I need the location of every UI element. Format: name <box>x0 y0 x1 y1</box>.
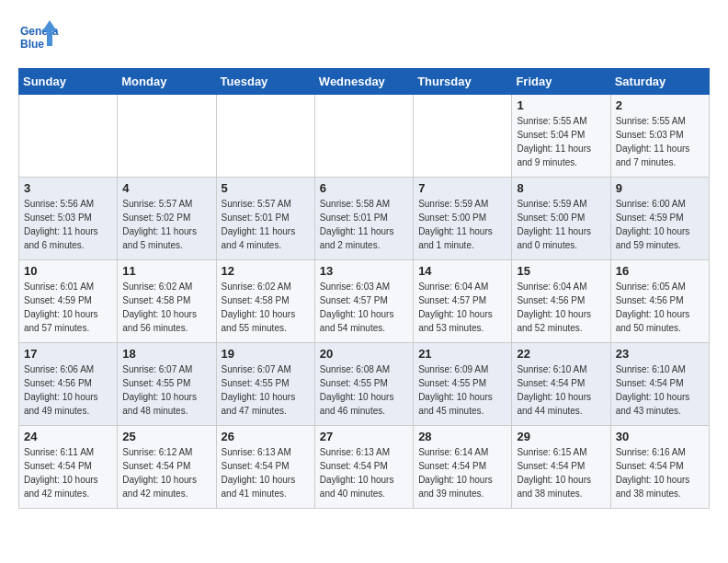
calendar-cell: 6Sunrise: 5:58 AMSunset: 5:01 PMDaylight… <box>314 178 413 260</box>
day-info: Sunrise: 6:10 AMSunset: 4:54 PMDaylight:… <box>517 362 605 418</box>
calendar-cell: 23Sunrise: 6:10 AMSunset: 4:54 PMDayligh… <box>610 343 709 426</box>
day-number: 12 <box>222 264 310 278</box>
day-info: Sunrise: 5:59 AMSunset: 5:00 PMDaylight:… <box>517 197 605 252</box>
day-number: 10 <box>24 264 112 278</box>
day-info: Sunrise: 6:03 AMSunset: 4:57 PMDaylight:… <box>320 280 408 335</box>
calendar-cell <box>216 95 314 178</box>
weekday-header-thursday: Thursday <box>414 69 512 95</box>
calendar-cell: 3Sunrise: 5:56 AMSunset: 5:03 PMDaylight… <box>19 178 118 260</box>
calendar-cell: 1Sunrise: 5:55 AMSunset: 5:04 PMDaylight… <box>512 95 610 178</box>
calendar-table: SundayMondayTuesdayWednesdayThursdayFrid… <box>18 68 710 509</box>
calendar-cell: 10Sunrise: 6:01 AMSunset: 4:59 PMDayligh… <box>19 260 118 343</box>
day-number: 7 <box>418 181 506 195</box>
day-number: 11 <box>122 264 210 278</box>
day-info: Sunrise: 6:06 AMSunset: 4:56 PMDaylight:… <box>24 362 112 418</box>
day-info: Sunrise: 6:01 AMSunset: 4:59 PMDaylight:… <box>24 280 112 335</box>
day-number: 30 <box>616 430 704 443</box>
day-number: 27 <box>320 430 408 443</box>
calendar-body: 1Sunrise: 5:55 AMSunset: 5:04 PMDaylight… <box>19 95 710 509</box>
calendar-cell: 30Sunrise: 6:16 AMSunset: 4:54 PMDayligh… <box>610 426 709 509</box>
calendar-header-row: SundayMondayTuesdayWednesdayThursdayFrid… <box>19 69 710 95</box>
day-info: Sunrise: 6:10 AMSunset: 4:54 PMDaylight:… <box>616 362 704 418</box>
day-info: Sunrise: 6:12 AMSunset: 4:54 PMDaylight:… <box>122 445 210 500</box>
day-number: 5 <box>222 181 310 195</box>
calendar-cell: 26Sunrise: 6:13 AMSunset: 4:54 PMDayligh… <box>216 426 314 509</box>
day-number: 21 <box>418 347 506 361</box>
day-number: 24 <box>24 430 112 443</box>
day-info: Sunrise: 6:00 AMSunset: 4:59 PMDaylight:… <box>616 197 704 252</box>
calendar-cell: 13Sunrise: 6:03 AMSunset: 4:57 PMDayligh… <box>314 260 413 343</box>
day-info: Sunrise: 6:02 AMSunset: 4:58 PMDaylight:… <box>222 280 310 335</box>
day-number: 20 <box>320 347 408 361</box>
day-number: 2 <box>616 98 704 112</box>
day-number: 9 <box>616 181 704 195</box>
calendar-cell: 15Sunrise: 6:04 AMSunset: 4:56 PMDayligh… <box>512 260 610 343</box>
day-number: 6 <box>320 181 408 195</box>
calendar-cell: 27Sunrise: 6:13 AMSunset: 4:54 PMDayligh… <box>314 426 413 509</box>
calendar-cell: 14Sunrise: 6:04 AMSunset: 4:57 PMDayligh… <box>414 260 512 343</box>
calendar-cell: 2Sunrise: 5:55 AMSunset: 5:03 PMDaylight… <box>610 95 709 178</box>
logo-svg: General Blue <box>18 18 59 59</box>
day-info: Sunrise: 6:09 AMSunset: 4:55 PMDaylight:… <box>418 362 506 418</box>
day-number: 29 <box>517 430 605 443</box>
calendar-cell: 24Sunrise: 6:11 AMSunset: 4:54 PMDayligh… <box>19 426 118 509</box>
weekday-header-sunday: Sunday <box>19 69 118 95</box>
day-info: Sunrise: 6:13 AMSunset: 4:54 PMDaylight:… <box>222 445 310 500</box>
day-info: Sunrise: 6:07 AMSunset: 4:55 PMDaylight:… <box>122 362 210 418</box>
calendar-cell: 19Sunrise: 6:07 AMSunset: 4:55 PMDayligh… <box>216 343 314 426</box>
day-number: 26 <box>222 430 310 443</box>
day-info: Sunrise: 5:57 AMSunset: 5:01 PMDaylight:… <box>222 197 310 252</box>
day-info: Sunrise: 6:15 AMSunset: 4:54 PMDaylight:… <box>517 445 605 500</box>
day-number: 23 <box>616 347 704 361</box>
day-info: Sunrise: 6:07 AMSunset: 4:55 PMDaylight:… <box>222 362 310 418</box>
day-number: 25 <box>122 430 210 443</box>
calendar-cell <box>19 95 118 178</box>
day-info: Sunrise: 6:13 AMSunset: 4:54 PMDaylight:… <box>320 445 408 500</box>
weekday-header-monday: Monday <box>118 69 216 95</box>
day-number: 19 <box>222 347 310 361</box>
calendar-cell: 22Sunrise: 6:10 AMSunset: 4:54 PMDayligh… <box>512 343 610 426</box>
calendar-cell <box>414 95 512 178</box>
day-number: 22 <box>517 347 605 361</box>
day-number: 14 <box>418 264 506 278</box>
day-number: 15 <box>517 264 605 278</box>
day-number: 18 <box>122 347 210 361</box>
day-number: 28 <box>418 430 506 443</box>
logo: General Blue <box>18 18 59 59</box>
weekday-header-saturday: Saturday <box>610 69 709 95</box>
calendar-cell: 18Sunrise: 6:07 AMSunset: 4:55 PMDayligh… <box>118 343 216 426</box>
calendar-cell: 9Sunrise: 6:00 AMSunset: 4:59 PMDaylight… <box>610 178 709 260</box>
day-number: 4 <box>122 181 210 195</box>
calendar-cell: 11Sunrise: 6:02 AMSunset: 4:58 PMDayligh… <box>118 260 216 343</box>
calendar-cell: 28Sunrise: 6:14 AMSunset: 4:54 PMDayligh… <box>414 426 512 509</box>
day-info: Sunrise: 5:55 AMSunset: 5:03 PMDaylight:… <box>616 114 704 169</box>
calendar-cell: 5Sunrise: 5:57 AMSunset: 5:01 PMDaylight… <box>216 178 314 260</box>
calendar-week-1: 1Sunrise: 5:55 AMSunset: 5:04 PMDaylight… <box>19 95 710 178</box>
calendar-cell: 4Sunrise: 5:57 AMSunset: 5:02 PMDaylight… <box>118 178 216 260</box>
calendar-cell <box>118 95 216 178</box>
calendar-week-3: 10Sunrise: 6:01 AMSunset: 4:59 PMDayligh… <box>19 260 710 343</box>
day-info: Sunrise: 6:04 AMSunset: 4:57 PMDaylight:… <box>418 280 506 335</box>
header: General Blue <box>18 18 710 59</box>
calendar-cell: 29Sunrise: 6:15 AMSunset: 4:54 PMDayligh… <box>512 426 610 509</box>
calendar-cell: 7Sunrise: 5:59 AMSunset: 5:00 PMDaylight… <box>414 178 512 260</box>
calendar-cell: 8Sunrise: 5:59 AMSunset: 5:00 PMDaylight… <box>512 178 610 260</box>
day-number: 16 <box>616 264 704 278</box>
calendar-cell <box>314 95 413 178</box>
day-info: Sunrise: 6:08 AMSunset: 4:55 PMDaylight:… <box>320 362 408 418</box>
day-info: Sunrise: 6:11 AMSunset: 4:54 PMDaylight:… <box>24 445 112 500</box>
weekday-header-tuesday: Tuesday <box>216 69 314 95</box>
day-info: Sunrise: 5:59 AMSunset: 5:00 PMDaylight:… <box>418 197 506 252</box>
calendar-week-4: 17Sunrise: 6:06 AMSunset: 4:56 PMDayligh… <box>19 343 710 426</box>
calendar-week-2: 3Sunrise: 5:56 AMSunset: 5:03 PMDaylight… <box>19 178 710 260</box>
calendar-cell: 20Sunrise: 6:08 AMSunset: 4:55 PMDayligh… <box>314 343 413 426</box>
day-info: Sunrise: 6:04 AMSunset: 4:56 PMDaylight:… <box>517 280 605 335</box>
calendar-cell: 25Sunrise: 6:12 AMSunset: 4:54 PMDayligh… <box>118 426 216 509</box>
day-info: Sunrise: 5:57 AMSunset: 5:02 PMDaylight:… <box>122 197 210 252</box>
day-info: Sunrise: 6:05 AMSunset: 4:56 PMDaylight:… <box>616 280 704 335</box>
weekday-header-friday: Friday <box>512 69 610 95</box>
day-info: Sunrise: 6:14 AMSunset: 4:54 PMDaylight:… <box>418 445 506 500</box>
day-number: 17 <box>24 347 112 361</box>
day-info: Sunrise: 5:55 AMSunset: 5:04 PMDaylight:… <box>517 114 605 169</box>
day-info: Sunrise: 5:56 AMSunset: 5:03 PMDaylight:… <box>24 197 112 252</box>
